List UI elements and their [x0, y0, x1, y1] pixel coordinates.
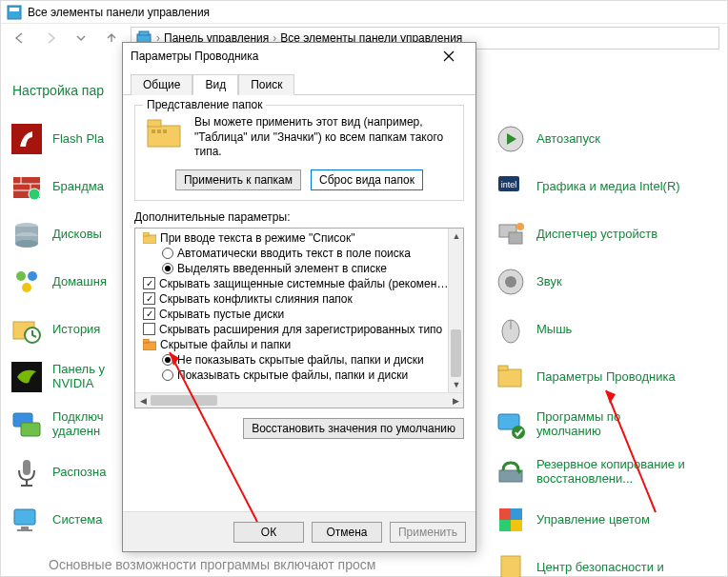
svg-rect-28	[21, 527, 29, 529]
tree-radio-highlight-item[interactable]: Выделять введенный элемент в списке	[137, 261, 461, 276]
tree-node-list-input: При вводе текста в режиме "Список"	[137, 230, 461, 246]
advanced-settings-tree[interactable]: При вводе текста в режиме "Список" Автом…	[134, 228, 464, 408]
cp-item-flash[interactable]: Flash Pla	[10, 121, 134, 157]
autoplay-icon	[495, 123, 527, 155]
nav-dropdown-icon[interactable]	[70, 27, 92, 50]
system-icon	[10, 504, 43, 536]
tab-general[interactable]: Общие	[131, 74, 192, 95]
nav-back-button[interactable]	[9, 27, 31, 50]
svg-rect-47	[499, 508, 511, 520]
dialog-body: Представление папок Вы можете применить …	[123, 95, 475, 511]
svg-rect-54	[148, 126, 180, 147]
cp-item-autoplay[interactable]: Автозапуск	[495, 121, 723, 157]
scroll-left-icon[interactable]: ◀	[135, 393, 151, 408]
svg-rect-62	[143, 339, 149, 343]
cp-item-disks[interactable]: Дисковы	[10, 216, 134, 252]
explorer-options-icon	[495, 361, 527, 393]
tree-check-hide-merge-conflicts[interactable]: Скрывать конфликты слияния папок	[137, 291, 461, 307]
tree-radio-auto-search[interactable]: Автоматически вводить текст в поле поиск…	[137, 246, 461, 261]
tree-check-hide-protected[interactable]: Скрывать защищенные системные файлы (рек…	[137, 276, 461, 291]
svg-rect-1	[10, 8, 19, 11]
cp-item-speech[interactable]: Распозна	[10, 454, 134, 490]
color-icon	[495, 504, 527, 536]
cp-item-system[interactable]: Система	[10, 502, 134, 538]
folder-icon	[145, 115, 185, 151]
close-button[interactable]	[430, 45, 468, 68]
intel-icon: intel	[495, 170, 527, 203]
restore-defaults-button[interactable]: Восстановить значения по умолчанию	[243, 418, 464, 439]
svg-rect-41	[498, 369, 521, 387]
cp-item-intel-graphics[interactable]: intel Графика и медиа Intel(R)	[495, 169, 723, 205]
device-manager-icon	[495, 218, 527, 250]
svg-rect-55	[148, 120, 161, 127]
speaker-icon	[495, 266, 527, 298]
nav-up-button[interactable]	[100, 27, 123, 50]
svg-rect-27	[14, 509, 35, 525]
svg-point-15	[15, 240, 38, 248]
history-icon	[10, 313, 43, 346]
control-panel-titlebar: Все элементы панели управления	[1, 1, 727, 24]
ok-button[interactable]: ОК	[233, 522, 304, 543]
scroll-down-icon[interactable]: ▼	[449, 377, 464, 392]
folder-view-groupbox: Представление папок Вы можете применить …	[134, 105, 464, 201]
radio-icon	[162, 263, 173, 274]
cp-item-homegroup[interactable]: Домашня	[10, 264, 134, 300]
svg-rect-57	[157, 129, 161, 133]
scroll-up-icon[interactable]: ▲	[449, 229, 464, 244]
scroll-thumb[interactable]	[151, 395, 217, 406]
reset-folders-button[interactable]: Сброс вида папок	[311, 169, 423, 190]
tree-check-hide-extensions[interactable]: Скрывать расширения для зарегистрированн…	[137, 322, 461, 337]
tree-radio-show-hidden[interactable]: Показывать скрытые файлы, папки и диски	[137, 368, 461, 383]
tree-radio-dont-show-hidden[interactable]: Не показывать скрытые файлы, папки и дис…	[137, 352, 461, 368]
radio-icon	[162, 354, 173, 366]
nav-forward-button[interactable]	[39, 27, 62, 50]
nvidia-icon	[10, 361, 43, 393]
svg-point-10	[29, 189, 40, 200]
control-panel-icon	[7, 5, 22, 20]
default-programs-icon	[495, 408, 527, 441]
cancel-button[interactable]: Отмена	[312, 522, 382, 543]
tab-search[interactable]: Поиск	[238, 74, 294, 95]
scroll-thumb[interactable]	[451, 329, 461, 377]
cp-item-color-management[interactable]: Управление цветом	[495, 502, 723, 538]
folder-small-icon	[143, 232, 156, 244]
cp-item-sound[interactable]: Звук	[495, 264, 723, 300]
apply-button[interactable]: Применить	[390, 522, 466, 543]
tab-view[interactable]: Вид	[192, 74, 238, 95]
disk-icon	[10, 218, 43, 250]
microphone-icon	[10, 456, 43, 488]
svg-point-18	[22, 283, 31, 292]
vertical-scrollbar[interactable]: ▲ ▼	[448, 229, 463, 392]
cp-item-device-manager[interactable]: Диспетчер устройств	[495, 216, 723, 252]
svg-point-44	[512, 426, 525, 439]
cp-item-nvidia[interactable]: Панель у NVIDIA	[10, 359, 134, 395]
svg-rect-58	[163, 129, 167, 133]
homegroup-icon	[10, 266, 43, 298]
tree-check-hide-empty-drives[interactable]: Скрывать пустые диски	[137, 307, 461, 322]
svg-rect-60	[143, 232, 149, 236]
radio-icon	[162, 369, 173, 381]
settings-heading: Настройка пар	[12, 83, 104, 98]
advanced-settings-label: Дополнительные параметры:	[134, 210, 464, 224]
cp-item-default-programs[interactable]: Программы по умолчанию	[495, 407, 723, 443]
flash-icon	[10, 123, 43, 155]
svg-rect-35	[509, 232, 522, 244]
cp-item-history[interactable]: История	[10, 311, 134, 348]
explorer-options-dialog: Параметры Проводника Общие Вид Поиск Пре…	[122, 42, 476, 552]
cp-item-firewall[interactable]: Брандма	[10, 169, 134, 205]
scroll-right-icon[interactable]: ▶	[448, 393, 463, 408]
cp-item-remote[interactable]: Подключ удаленн	[10, 407, 134, 443]
svg-rect-48	[511, 508, 522, 520]
cp-item-explorer-options[interactable]: Параметры Проводника	[495, 359, 723, 395]
svg-point-36	[516, 223, 524, 230]
svg-text:intel: intel	[501, 180, 517, 189]
dialog-title: Параметры Проводника	[131, 50, 258, 63]
svg-rect-29	[17, 529, 32, 531]
horizontal-scrollbar[interactable]: ◀ ▶	[135, 392, 463, 408]
cp-item-mouse[interactable]: Мышь	[495, 311, 723, 348]
checkbox-icon	[143, 323, 155, 335]
svg-point-17	[28, 271, 37, 281]
svg-rect-24	[23, 460, 30, 475]
apply-to-folders-button[interactable]: Применить к папкам	[175, 169, 301, 190]
cp-item-backup[interactable]: Резервное копирование и восстановлени...	[495, 454, 723, 490]
